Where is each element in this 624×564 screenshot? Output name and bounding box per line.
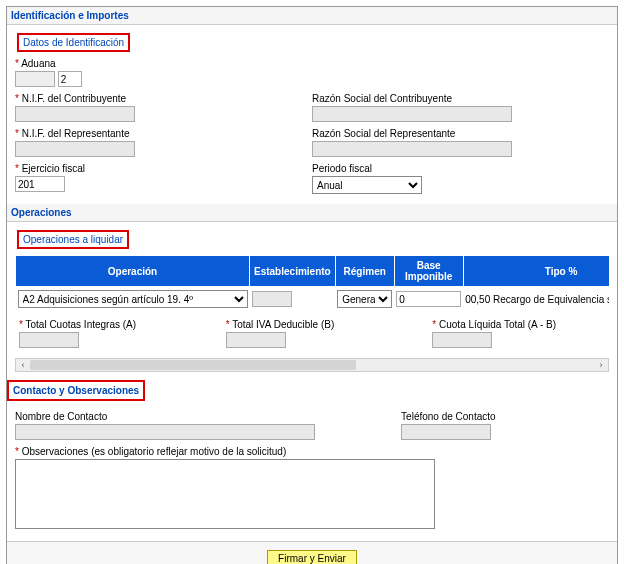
scroll-left-icon[interactable]: ‹ — [16, 359, 30, 371]
textarea-observaciones[interactable] — [15, 459, 435, 529]
label-periodo-fiscal: Periodo fiscal — [312, 163, 609, 174]
input-aduana-2[interactable] — [58, 71, 82, 87]
input-establecimiento[interactable] — [252, 291, 292, 307]
th-base: Base Imponible — [394, 256, 463, 287]
input-ejercicio-fiscal[interactable] — [15, 176, 65, 192]
input-nif-contribuyente[interactable] — [15, 106, 135, 122]
scroll-right-icon[interactable]: › — [594, 359, 608, 371]
input-nif-representante[interactable] — [15, 141, 135, 157]
section-title-contacto: Contacto y Observaciones — [7, 380, 145, 401]
label-razon-representante: Razón Social del Representante — [312, 128, 609, 139]
th-operacion: Operación — [16, 256, 250, 287]
label-nombre-contacto: Nombre de Contacto — [15, 411, 401, 422]
section-title-identificacion: Identificación e Importes — [7, 7, 617, 25]
horizontal-scrollbar[interactable]: ‹ › — [15, 358, 609, 372]
input-nombre-contacto[interactable] — [15, 424, 315, 440]
th-tipo: Tipo % — [463, 256, 609, 287]
submit-button[interactable]: Firmar y Enviar — [267, 550, 357, 564]
label-razon-contribuyente: Razón Social del Contribuyente — [312, 93, 609, 104]
label-total-iva: * Total IVA Deducible (B) — [226, 319, 403, 330]
link-datos-identificacion[interactable]: Datos de Identificación — [17, 33, 130, 52]
input-razon-representante[interactable] — [312, 141, 512, 157]
scroll-thumb[interactable] — [30, 360, 356, 370]
select-operacion[interactable]: A2 Adquisiciones según artículo 19. 4º — [18, 290, 248, 308]
label-observaciones: * Observaciones (es obligatorio reflejar… — [15, 446, 609, 457]
input-aduana-1[interactable] — [15, 71, 55, 87]
table-row: A2 Adquisiciones según artículo 19. 4º G… — [16, 287, 610, 312]
label-cuota-liquida: * Cuota Líquida Total (A - B) — [432, 319, 609, 330]
select-regimen[interactable]: General — [337, 290, 392, 308]
input-razon-contribuyente[interactable] — [312, 106, 512, 122]
label-telefono-contacto: Teléfono de Contacto — [401, 411, 609, 422]
th-regimen: Régimen — [335, 256, 394, 287]
link-operaciones-liquidar[interactable]: Operaciones a liquidar — [17, 230, 129, 249]
section-title-operaciones: Operaciones — [7, 204, 617, 222]
input-total-iva[interactable] — [226, 332, 286, 348]
label-ejercicio-fiscal: * Ejercicio fiscal — [15, 163, 312, 174]
label-nif-contribuyente: * N.I.F. del Contribuyente — [15, 93, 312, 104]
select-periodo-fiscal[interactable]: Anual — [312, 176, 422, 194]
label-total-cuotas: * Total Cuotas Integras (A) — [19, 319, 196, 330]
cell-tipo: 00,50 Recargo de Equivalencia superreduc — [463, 287, 609, 312]
th-establecimiento: Establecimiento — [250, 256, 336, 287]
label-aduana: * Aduana — [15, 58, 609, 69]
input-total-cuotas[interactable] — [19, 332, 79, 348]
input-base-imponible[interactable] — [396, 291, 461, 307]
input-cuota-liquida[interactable] — [432, 332, 492, 348]
operations-table: Operación Establecimiento Régimen Base I… — [15, 255, 609, 311]
input-telefono-contacto[interactable] — [401, 424, 491, 440]
label-nif-representante: * N.I.F. del Representante — [15, 128, 312, 139]
operations-table-scroll[interactable]: Operación Establecimiento Régimen Base I… — [15, 255, 609, 311]
